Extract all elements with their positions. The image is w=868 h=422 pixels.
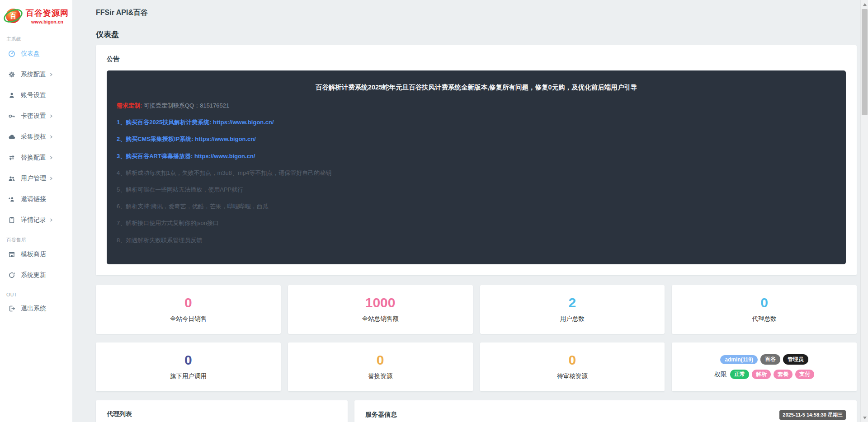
buy-link-3[interactable]: 3、购买百谷ART弹幕播放器: https://www.bigon.cn/ bbox=[117, 152, 836, 160]
buy-link-2[interactable]: 2、购买CMS采集授权IP系统: https://www.bigon.cn/ bbox=[117, 135, 836, 143]
swap-arrows-icon bbox=[8, 154, 15, 161]
gear-icon bbox=[8, 71, 15, 78]
cloud-icon bbox=[8, 133, 15, 141]
chevron-right-icon bbox=[49, 155, 53, 160]
vertical-scrollbar[interactable] bbox=[860, 0, 868, 422]
server-info-card: 服务器信息 2025-11-5 14:58:30 星期三 PHP环境: 7.0.… bbox=[354, 400, 857, 422]
stat-card-sub-user-calls: 0 旗下用户调用 bbox=[96, 342, 281, 391]
sidebar-item-account-settings[interactable]: 账号设置 bbox=[0, 85, 72, 106]
sidebar-item-card-key-settings[interactable]: 卡密设置 bbox=[0, 106, 72, 127]
main-content: FFSir API&百谷 仪表盘 公告 百谷解析计费系统2025蛇年元旦百谷扶风… bbox=[72, 0, 868, 422]
logo-globe-icon: 百 bbox=[4, 6, 23, 25]
stat-value: 0 bbox=[377, 353, 384, 367]
notice-line-6: 6、解析支持:腾讯，爱奇艺，优酷，芒果，哔哩哔哩，西瓜 bbox=[117, 202, 836, 211]
server-time-badge: 2025-11-5 14:58:30 星期三 bbox=[779, 410, 846, 420]
perm-badge-package: 套餐 bbox=[774, 370, 793, 379]
sidebar-item-user-management[interactable]: 用户管理 bbox=[0, 168, 72, 189]
app-title: FFSir API&百谷 bbox=[96, 8, 857, 18]
sidebar-item-label: 卡密设置 bbox=[21, 112, 46, 120]
sidebar-item-dashboard[interactable]: 仪表盘 bbox=[0, 43, 72, 64]
server-info-title: 服务器信息 bbox=[365, 411, 397, 419]
sidebar-item-label: 邀请链接 bbox=[21, 195, 46, 203]
sidebar-item-label: 采集授权 bbox=[21, 133, 46, 141]
stat-card-today-sales: 0 全站今日销售 bbox=[96, 285, 281, 334]
account-badge-role: 管理员 bbox=[783, 354, 808, 365]
permission-row: 权限 正常 解析 套餐 支付 bbox=[714, 370, 814, 379]
app-window: 百 百谷资源网 www.bigon.cn 主系统 仪表盘 系统配置 bbox=[0, 0, 868, 422]
announcement-card: 公告 百谷解析计费系统2025蛇年元旦百谷扶风计费系统全新版本,修复所有问题，修… bbox=[96, 45, 857, 275]
buy-link-3-url[interactable]: https://www.bigon.cn/ bbox=[193, 153, 255, 159]
dashboard-icon bbox=[8, 50, 15, 57]
notice-line-5: 5、解析可能在一些网站无法播放，使用APP就行 bbox=[117, 186, 836, 194]
users-icon bbox=[8, 175, 15, 182]
sidebar-item-label: 系统配置 bbox=[21, 70, 46, 79]
stat-value: 2 bbox=[569, 296, 576, 309]
stat-value: 0 bbox=[184, 296, 192, 309]
custom-request-label: 需求定制: bbox=[117, 102, 142, 109]
perm-badge-normal: 正常 bbox=[730, 370, 749, 379]
clipboard-icon bbox=[8, 216, 15, 224]
user-plus-icon bbox=[8, 196, 15, 203]
sidebar-item-label: 退出系统 bbox=[21, 305, 46, 313]
custom-request-line: 需求定制: 可接受定制联系QQ：815176521 bbox=[117, 102, 836, 110]
sidebar-item-detail-records[interactable]: 详情记录 bbox=[0, 210, 72, 230]
key-icon bbox=[8, 113, 15, 120]
sidebar-item-template-store[interactable]: 模板商店 bbox=[0, 244, 72, 265]
sidebar-item-system-config[interactable]: 系统配置 bbox=[0, 64, 72, 85]
agents-card: 代理列表 无代理 bbox=[96, 400, 348, 422]
sidebar-item-collect-auth[interactable]: 采集授权 bbox=[0, 127, 72, 147]
sidebar-item-system-update[interactable]: 系统更新 bbox=[0, 265, 72, 286]
sidebar-section-aftersale: 百谷售后 bbox=[0, 230, 72, 244]
stat-label: 待审核资源 bbox=[557, 372, 588, 380]
buy-link-3-text: 3、购买百谷ART弹幕播放器: bbox=[117, 153, 193, 159]
sidebar-item-label: 仪表盘 bbox=[21, 50, 40, 58]
sidebar-item-label: 模板商店 bbox=[21, 250, 46, 258]
perm-badge-parse: 解析 bbox=[752, 370, 771, 379]
buy-link-2-url[interactable]: https://www.bigon.cn/ bbox=[193, 136, 256, 142]
store-icon bbox=[8, 251, 15, 258]
perm-badge-pay: 支付 bbox=[795, 370, 814, 379]
buy-link-1-url[interactable]: https://www.bigon.cn/ bbox=[211, 119, 274, 126]
sidebar-item-label: 系统更新 bbox=[21, 271, 46, 279]
custom-request-text: 可接受定制联系QQ：815176521 bbox=[142, 102, 229, 109]
stat-label: 全站总销售额 bbox=[362, 315, 399, 323]
scroll-up-arrow[interactable] bbox=[861, 0, 868, 8]
sidebar-item-replace-config[interactable]: 替换配置 bbox=[0, 147, 72, 168]
stats-row-2: 0 旗下用户调用 0 替换资源 0 待审核资源 admin(119) 百谷 管理… bbox=[96, 342, 857, 391]
bottom-row: 代理列表 无代理 服务器信息 2025-11-5 14:58:30 星期三 PH… bbox=[96, 400, 857, 422]
stat-value: 0 bbox=[569, 353, 576, 367]
page-title: 仪表盘 bbox=[96, 29, 857, 40]
logo[interactable]: 百 百谷资源网 www.bigon.cn bbox=[0, 4, 72, 30]
stat-label: 全站今日销售 bbox=[170, 315, 207, 323]
announcement-headline: 百谷解析计费系统2025蛇年元旦百谷扶风计费系统全新版本,修复所有问题，修复0元… bbox=[117, 83, 836, 92]
stat-label: 旗下用户调用 bbox=[170, 372, 207, 380]
stat-label: 代理总数 bbox=[752, 315, 777, 323]
stats-row-1: 0 全站今日销售 1000 全站总销售额 2 用户总数 0 代理总数 bbox=[96, 285, 857, 334]
account-badge-admin: admin(119) bbox=[720, 355, 758, 364]
permission-label: 权限 bbox=[714, 370, 726, 379]
sidebar-item-label: 详情记录 bbox=[21, 216, 46, 224]
scrollbar-thumb[interactable] bbox=[862, 9, 868, 115]
logo-title: 百谷资源网 bbox=[26, 8, 69, 19]
scroll-down-arrow[interactable] bbox=[861, 414, 868, 422]
stat-card-total-agents: 0 代理总数 bbox=[672, 285, 857, 334]
user-icon bbox=[8, 92, 15, 99]
chevron-right-icon bbox=[49, 114, 53, 118]
sidebar-item-logout[interactable]: 退出系统 bbox=[0, 298, 72, 319]
logo-subtitle: www.bigon.cn bbox=[31, 19, 63, 24]
sidebar-item-invite-link[interactable]: 邀请链接 bbox=[0, 189, 72, 210]
chevron-right-icon bbox=[49, 72, 53, 77]
buy-link-1-text: 1、购买百谷2025扶风解析计费系统: bbox=[117, 119, 211, 126]
stat-label: 替换资源 bbox=[368, 372, 392, 380]
buy-link-1[interactable]: 1、购买百谷2025扶风解析计费系统: https://www.bigon.cn… bbox=[117, 118, 836, 127]
account-badge-row: admin(119) 百谷 管理员 bbox=[720, 354, 808, 365]
notice-line-8: 8、如遇解析失败联系管理员反馈 bbox=[117, 236, 836, 244]
stat-value: 0 bbox=[184, 353, 192, 367]
chevron-right-icon bbox=[49, 218, 53, 222]
server-info-head: 服务器信息 2025-11-5 14:58:30 星期三 bbox=[365, 410, 846, 420]
chevron-right-icon bbox=[49, 135, 53, 139]
stat-value: 0 bbox=[760, 296, 768, 309]
sidebar-item-label: 用户管理 bbox=[21, 174, 46, 183]
buy-link-2-text: 2、购买CMS采集授权IP系统: bbox=[117, 136, 193, 142]
refresh-icon bbox=[8, 272, 15, 279]
